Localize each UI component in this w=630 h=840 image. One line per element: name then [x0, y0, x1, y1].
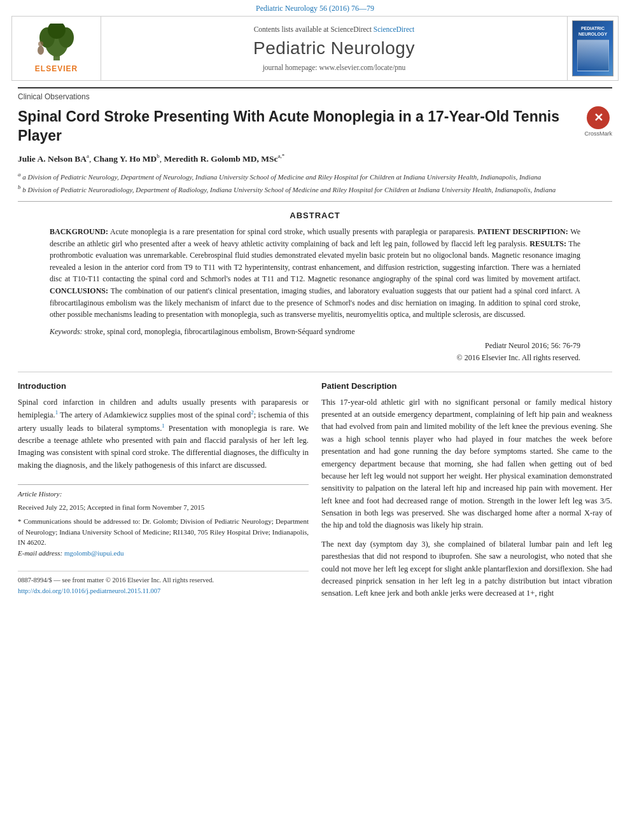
doi-link[interactable]: http://dx.doi.org/10.1016/j.pediatrneuro… [18, 587, 160, 594]
issn-line: 0887-8994/$ — see front matter © 2016 El… [18, 575, 309, 585]
svg-point-6 [38, 41, 43, 46]
author-3: Meredith R. Golomb MD, MSc [164, 153, 278, 163]
svg-point-5 [38, 46, 44, 55]
journal-title: Pediatric Neurology [253, 38, 415, 59]
citation-ref: Pediatr Neurol 2016; 56: 76-79 [50, 340, 580, 352]
main-content: Clinical Observations Spinal Cord Stroke… [11, 87, 619, 600]
title-row: Spinal Cord Stroke Presenting With Acute… [18, 104, 612, 152]
copyright-line: © 2016 Elsevier Inc. All rights reserved… [50, 352, 580, 364]
journal-header: ELSEVIER Contents lists available at Sci… [11, 16, 619, 81]
abstract-section: ABSTRACT BACKGROUND: Acute monoplegia is… [50, 209, 580, 364]
author-2: Chang Y. Ho MD [94, 153, 157, 163]
article-history-received: Received July 22, 2015; Accepted in fina… [18, 502, 309, 513]
journal-homepage: journal homepage: www.elsevier.com/locat… [263, 64, 406, 71]
patient-description-title: Patient Description [321, 380, 612, 393]
sciencedirect-link[interactable]: ScienceDirect [374, 25, 415, 33]
header-logo: ELSEVIER [12, 17, 101, 80]
journal-reference: Pediatric Neurology 56 (2016) 76—79 [256, 4, 374, 13]
citation-line: Pediatr Neurol 2016; 56: 76-79 © 2016 El… [50, 340, 580, 363]
header-center: Contents lists available at ScienceDirec… [101, 17, 567, 80]
article-footer: Article History: Received July 22, 2015;… [18, 484, 309, 558]
cover-title-line2: NEUROLOGY [578, 31, 607, 37]
abstract-title: ABSTRACT [50, 209, 580, 222]
patient-description-text2: The next day (symptom day 3), she compla… [321, 538, 612, 600]
elsevier-logo: ELSEVIER [34, 24, 79, 73]
crossmark-label: CrossMark [584, 130, 612, 137]
background-label: BACKGROUND: [50, 227, 108, 236]
abstract-text: BACKGROUND: Acute monoplegia is a rare p… [50, 226, 580, 321]
introduction-title: Introduction [18, 380, 309, 393]
article-title: Spinal Cord Stroke Presenting With Acute… [18, 108, 578, 146]
keywords-label: Keywords: [50, 327, 83, 336]
two-col-body: Introduction Spinal cord infarction in c… [18, 380, 612, 600]
article-history-email: E-mail address: mgolomb@iupui.edu [18, 548, 309, 559]
section-divider [18, 372, 612, 372]
affiliation-1: a a Division of Pediatric Neurology, Dep… [18, 171, 612, 182]
affiliations: a a Division of Pediatric Neurology, Dep… [18, 171, 612, 202]
top-link-bar: Pediatric Neurology 56 (2016) 76—79 [0, 0, 630, 16]
patient-description-text: This 17-year-old athletic girl with no s… [321, 396, 612, 532]
header-right: PEDIATRIC NEUROLOGY [567, 17, 618, 80]
article-history-title: Article History: [18, 489, 309, 500]
journal-cover-thumbnail: PEDIATRIC NEUROLOGY [572, 20, 613, 76]
crossmark[interactable]: ✕ CrossMark [584, 106, 612, 137]
affiliation-2: b b Division of Pediatric Neuroradiology… [18, 183, 612, 195]
cover-title-line1: PEDIATRIC [581, 25, 605, 31]
keywords-line: Keywords: stroke, spinal cord, monoplegi… [50, 326, 580, 338]
email-link[interactable]: mgolomb@iupui.edu [64, 549, 124, 557]
conclusions-label: CONCLUSIONS: [50, 286, 108, 295]
introduction-column: Introduction Spinal cord infarction in c… [18, 380, 309, 600]
doi-line: http://dx.doi.org/10.1016/j.pediatrneuro… [18, 586, 309, 596]
authors-line: Julie A. Nelson BAa, Chang Y. Ho MDb, Me… [18, 152, 612, 165]
patient-label: PATIENT DESCRIPTION: [477, 227, 568, 236]
page-container: Pediatric Neurology 56 (2016) 76—79 ELSE… [0, 0, 630, 600]
patient-description-column: Patient Description This 17-year-old ath… [321, 380, 612, 600]
keywords-text: stroke, spinal cord, monoplegia, fibroca… [85, 327, 355, 336]
elsevier-label: ELSEVIER [35, 64, 78, 73]
introduction-text: Spinal cord infarction in children and a… [18, 396, 309, 472]
author-1: Julie A. Nelson BA [18, 153, 87, 163]
results-label: RESULTS: [529, 239, 566, 248]
crossmark-icon[interactable]: ✕ [587, 106, 610, 129]
elsevier-tree-icon [34, 24, 79, 62]
article-history-communications: * Communications should be addressed to:… [18, 516, 309, 548]
sciencedirect-line: Contents lists available at ScienceDirec… [254, 25, 415, 33]
section-label: Clinical Observations [18, 87, 612, 101]
bottom-bar: 0887-8994/$ — see front matter © 2016 El… [18, 571, 309, 596]
